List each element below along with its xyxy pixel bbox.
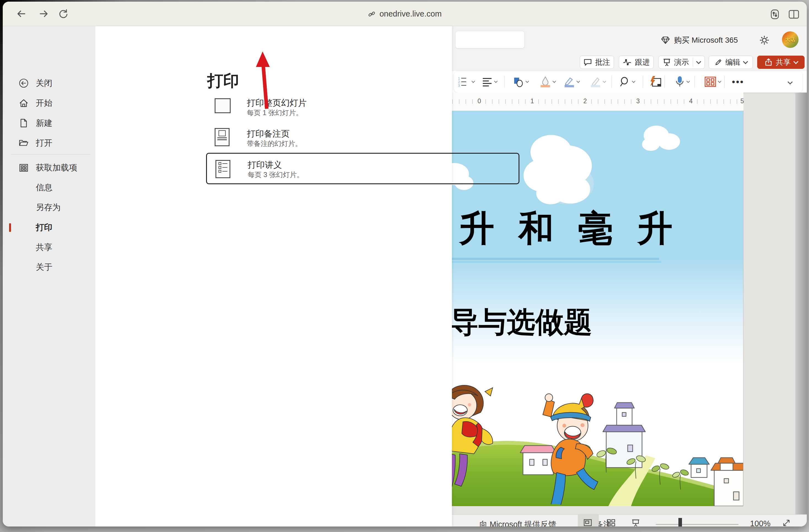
ruler-tick — [671, 100, 671, 104]
zoom-slider-handle[interactable] — [678, 518, 682, 527]
sidebar-item-save-as[interactable]: 另存为 — [3, 201, 95, 214]
ruler-tick — [492, 100, 493, 104]
print-panel-title: 打印 — [207, 70, 239, 92]
link-icon — [368, 10, 376, 18]
sidebar-item-addins[interactable]: 获取加载项 — [3, 161, 95, 174]
buy-microsoft-365-button[interactable]: 购买 Microsoft 365 — [661, 34, 738, 46]
feedback-link[interactable]: 向 Microsoft 提供反馈 — [479, 519, 556, 527]
align-chevron-icon — [494, 79, 498, 83]
sidebar-item-share[interactable]: 共享 — [3, 241, 95, 254]
ruler-tick — [697, 100, 698, 104]
ruler-number: 1 — [530, 97, 534, 105]
sidebar-item-info[interactable]: 信息 — [3, 181, 95, 194]
slideshow-view-icon[interactable] — [632, 519, 640, 527]
present-dropdown-chevron-icon[interactable] — [696, 59, 701, 64]
ruler-tick — [452, 100, 453, 104]
ruler-tick — [631, 100, 631, 104]
ruler-tick — [618, 100, 618, 104]
buy-label: 购买 Microsoft 365 — [674, 35, 738, 46]
outline-color-button[interactable] — [564, 75, 580, 89]
print-option-handouts-focused[interactable]: 打印讲义 每页 3 张幻灯片。 — [206, 153, 519, 184]
address-bar[interactable]: onedrive.live.com — [3, 2, 807, 26]
insert-shape-button[interactable] — [513, 75, 529, 89]
ruler-tick — [624, 100, 625, 104]
status-bar: 向 Microsoft 提供反馈 备注 100% — [452, 514, 807, 527]
settings-gear-icon[interactable] — [759, 35, 770, 46]
ruler-tick — [512, 100, 512, 104]
ribbon-divider — [694, 76, 695, 88]
orange-roof-house — [711, 458, 743, 506]
backstage-print-panel: 打印 打印整页幻灯片 每页 1 张幻灯片。 打印备注页 带备注的幻灯片。 打 — [95, 26, 452, 527]
collapse-ribbon-chevron-icon[interactable] — [788, 79, 792, 84]
edit-dropdown-button[interactable]: 编辑 — [709, 56, 753, 69]
pencil-icon — [715, 58, 722, 66]
title-underline-thin — [452, 262, 661, 262]
dictate-button[interactable] — [674, 75, 689, 89]
more-options-button[interactable]: ••• — [732, 75, 744, 89]
cartoon-kids-illustration — [452, 382, 743, 506]
present-split-button[interactable]: 演示 — [658, 56, 705, 69]
browser-tune-icon[interactable] — [769, 9, 780, 19]
sidebar-item-print[interactable]: 打印 — [3, 221, 95, 234]
zoom-level-label[interactable]: 100% — [750, 519, 771, 527]
sidebar-item-open[interactable]: 打开 — [3, 136, 95, 149]
handout-icon — [216, 160, 230, 178]
comment-button[interactable]: 批注 — [580, 56, 614, 69]
ruler-tick — [525, 100, 526, 104]
ruler: 0 1 2 3 4 5 — [452, 92, 743, 111]
browser-right-icons — [769, 9, 799, 19]
full-page-slide-icon — [214, 98, 230, 113]
ruler-tick — [499, 100, 499, 104]
ruler-tick — [472, 100, 472, 104]
avatar-text: 大话 — [785, 36, 795, 43]
numbered-list-button[interactable]: 123 — [458, 75, 475, 89]
find-button[interactable] — [619, 75, 635, 89]
align-button[interactable] — [482, 75, 497, 89]
ruler-tick — [710, 100, 711, 104]
ruler-tick — [545, 100, 545, 104]
slide-sorter-view-icon[interactable] — [607, 519, 616, 526]
premium-diamond-icon — [661, 36, 670, 44]
format-painter-button[interactable] — [590, 75, 606, 89]
shape-chevron-icon — [526, 79, 529, 83]
sidebar-item-about[interactable]: 关于 — [3, 261, 95, 274]
animation-button[interactable] — [649, 75, 662, 89]
ruler-tick — [598, 100, 598, 104]
ruler-number: 5 — [740, 97, 744, 105]
share-dropdown-chevron-icon — [793, 59, 798, 64]
open-folder-icon — [19, 138, 29, 148]
sidebar-item-new[interactable]: 新建 — [3, 117, 95, 130]
ruler-tick — [558, 100, 558, 104]
edit-dropdown-chevron-icon — [743, 59, 748, 64]
notes-page-icon — [214, 128, 229, 146]
button-divider — [693, 58, 693, 67]
ruler-number: 0 — [478, 97, 481, 105]
ruler-tick — [644, 100, 644, 104]
scrollbar-gutter[interactable] — [795, 92, 807, 514]
fill-color-button[interactable] — [539, 75, 555, 89]
fit-to-window-icon[interactable] — [782, 519, 790, 527]
sidebar-item-close[interactable]: 关闭 — [3, 76, 95, 90]
follow-button[interactable]: 跟进 — [619, 56, 654, 69]
share-button[interactable]: 共享 — [757, 56, 805, 69]
comment-icon — [584, 58, 592, 66]
ruler-tick — [578, 100, 579, 104]
ruler-tick — [466, 100, 466, 104]
slide-layout-button[interactable] — [704, 75, 721, 89]
browser-sidebar-toggle-icon[interactable] — [788, 9, 799, 19]
addins-grid-icon — [19, 163, 29, 173]
sidebar-item-home[interactable]: 开始 — [3, 96, 95, 110]
new-document-icon — [19, 118, 29, 128]
ruler-tick — [485, 100, 486, 104]
format-painter-chevron-icon — [603, 79, 606, 83]
search-input[interactable] — [455, 31, 524, 49]
back-circle-icon — [19, 78, 29, 88]
backstage-sidebar: 关闭 开始 新建 打开 获取加载项 信息 另存为 打印 共享 — [3, 26, 95, 527]
avatar[interactable]: 大话 — [782, 31, 798, 48]
zoom-slider-track[interactable] — [656, 524, 738, 525]
slide-title: 升 和 毫 升 — [459, 205, 680, 252]
normal-view-icon[interactable] — [584, 519, 592, 526]
ruler-tick — [730, 100, 730, 104]
blue-roof-house — [689, 458, 709, 478]
svg-text:3: 3 — [458, 84, 460, 88]
